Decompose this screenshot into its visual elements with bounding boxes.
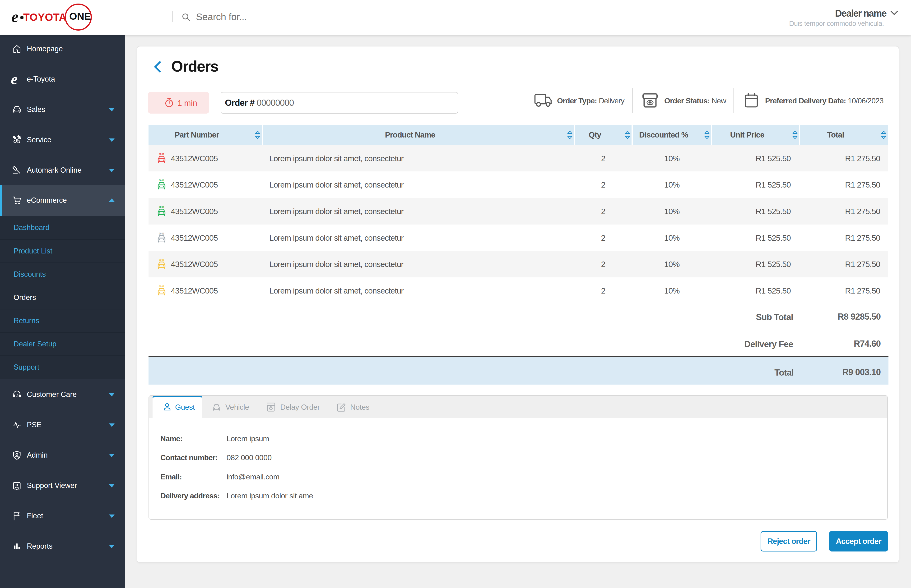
svg-text:0001: 0001 <box>159 285 164 288</box>
svg-text:0001: 0001 <box>159 258 164 261</box>
svg-text:0001: 0001 <box>159 153 164 155</box>
svg-text:0001: 0001 <box>159 206 164 208</box>
svg-text:0001: 0001 <box>159 179 164 182</box>
svg-text:0001: 0001 <box>159 233 164 235</box>
